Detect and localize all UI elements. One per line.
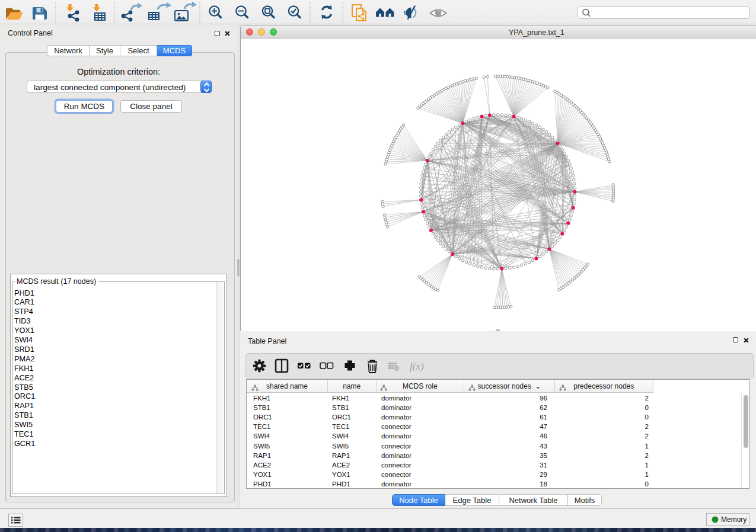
- svg-text:f(x): f(x): [410, 361, 424, 372]
- svg-text:Memory: Memory: [721, 515, 747, 524]
